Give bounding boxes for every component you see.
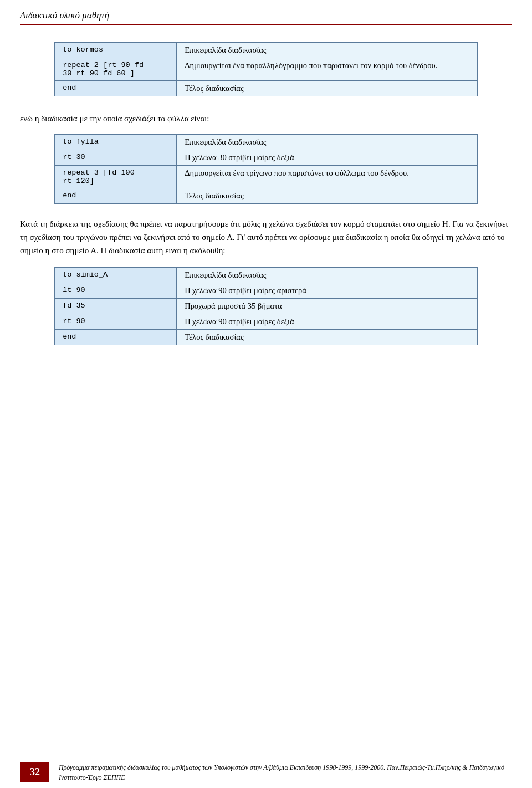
desc-cell: Επικεφαλίδα διαδικασίας — [177, 43, 478, 58]
table-row: lt 90 Η χελώνα 90 στρίβει μοίρες αριστερ… — [55, 283, 478, 299]
code-cell: rt 90 — [55, 314, 177, 330]
table-row: to fylla Επικεφαλίδα διαδικασίας — [55, 135, 478, 150]
table-row: rt 30 Η χελώνα 30 στρίβει μοίρες δεξιά — [55, 150, 478, 166]
code-cell: to kormos — [55, 43, 177, 58]
code-cell: to simio_A — [55, 268, 177, 283]
page-footer: 32 Πρόγραμμα πειραματικής διδασκαλίας το… — [0, 756, 532, 788]
body-paragraph: Κατά τη διάρκεια της σχεδίασης θα πρέπει… — [20, 217, 512, 257]
table-row: to simio_A Επικεφαλίδα διαδικασίας — [55, 268, 478, 283]
table-row: fd 35 Προχωρά μπροστά 35 βήματα — [55, 299, 478, 314]
kormos-table: to kormos Επικεφαλίδα διαδικασίας repeat… — [54, 42, 478, 96]
page-container: Διδακτικό υλικό μαθητή to kormos Επικεφα… — [0, 0, 532, 392]
code-cell: lt 90 — [55, 283, 177, 299]
table-row: repeat 2 [rt 90 fd 30 rt 90 fd 60 ] Δημι… — [55, 58, 478, 81]
code-cell: repeat 3 [fd 100 rt 120] — [55, 166, 177, 188]
page-number: 32 — [20, 762, 49, 782]
desc-cell: Προχωρά μπροστά 35 βήματα — [177, 299, 478, 314]
desc-cell: Τέλος διαδικασίας — [177, 188, 478, 204]
desc-cell: Τέλος διαδικασίας — [177, 81, 478, 96]
desc-cell: Επικεφαλίδα διαδικασίας — [177, 268, 478, 283]
footer-text: Πρόγραμμα πειραματικής διδασκαλίας του μ… — [59, 763, 512, 782]
desc-cell: Τέλος διαδικασίας — [177, 330, 478, 345]
desc-cell: Επικεφαλίδα διαδικασίας — [177, 135, 478, 150]
table-row: end Τέλος διαδικασίας — [55, 188, 478, 204]
intro-text: ενώ η διαδικασία με την οποία σχεδιάζει … — [20, 112, 512, 125]
desc-cell: Δημιουργείται ένα τρίγωνο που παριστάνει… — [177, 166, 478, 188]
code-cell: repeat 2 [rt 90 fd 30 rt 90 fd 60 ] — [55, 58, 177, 81]
table-row: to kormos Επικεφαλίδα διαδικασίας — [55, 43, 478, 58]
table-row: rt 90 Η χελώνα 90 στρίβει μοίρες δεξιά — [55, 314, 478, 330]
fylla-table: to fylla Επικεφαλίδα διαδικασίας rt 30 Η… — [54, 134, 478, 204]
code-cell: rt 30 — [55, 150, 177, 166]
table-row: end Τέλος διαδικασίας — [55, 330, 478, 345]
page-title: Διδακτικό υλικό μαθητή — [20, 10, 109, 21]
desc-cell: Η χελώνα 30 στρίβει μοίρες δεξιά — [177, 150, 478, 166]
code-cell: end — [55, 81, 177, 96]
desc-cell: Η χελώνα 90 στρίβει μοίρες δεξιά — [177, 314, 478, 330]
code-cell: end — [55, 330, 177, 345]
page-header: Διδακτικό υλικό μαθητή — [20, 10, 512, 25]
simio-table: to simio_A Επικεφαλίδα διαδικασίας lt 90… — [54, 267, 478, 345]
desc-cell: Η χελώνα 90 στρίβει μοίρες αριστερά — [177, 283, 478, 299]
code-cell: end — [55, 188, 177, 204]
desc-cell: Δημιουργείται ένα παραλληλόγραμμο που πα… — [177, 58, 478, 81]
code-cell: to fylla — [55, 135, 177, 150]
table-row: end Τέλος διαδικασίας — [55, 81, 478, 96]
table-row: repeat 3 [fd 100 rt 120] Δημιουργείται έ… — [55, 166, 478, 188]
code-cell: fd 35 — [55, 299, 177, 314]
